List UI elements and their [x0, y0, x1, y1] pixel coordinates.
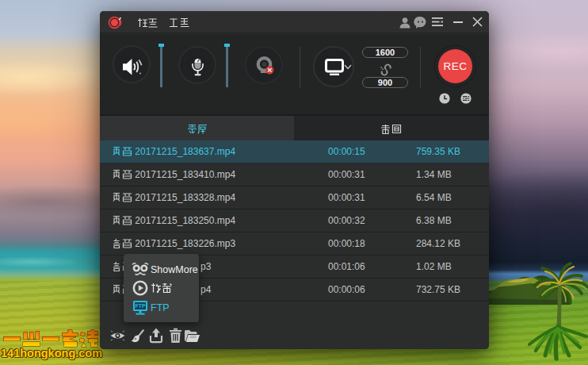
svg-text:FTP: FTP: [136, 303, 146, 309]
